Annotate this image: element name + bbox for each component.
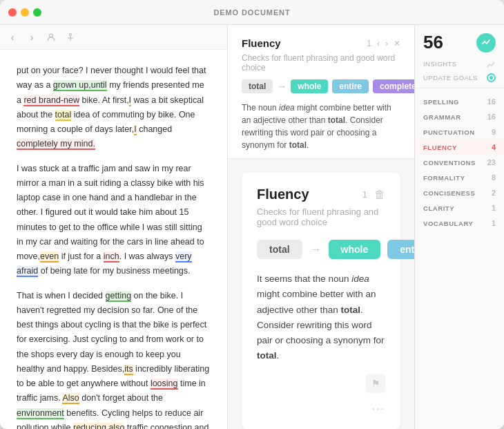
divider — [415, 88, 504, 88]
close-button[interactable] — [8, 8, 17, 17]
nav-item-grammar[interactable]: GRAMMAR 16 — [415, 109, 504, 124]
forward-icon[interactable]: › — [26, 32, 37, 43]
app-window: DEMO DOCUMENT ‹ › — [0, 0, 504, 429]
nav-item-fluency[interactable]: FLUENCY 4 — [415, 140, 504, 155]
fluency-summary-subtitle: Checks for fluent phrasing and good word… — [242, 53, 400, 73]
goals-icon-inner — [490, 76, 493, 79]
flag-button[interactable]: ⚑ — [366, 374, 385, 393]
chip-entire-large[interactable]: entire — [387, 240, 414, 259]
fluency-summary-title: Fluency — [242, 37, 281, 49]
title-bar: DEMO DOCUMENT — [0, 0, 504, 25]
fluency-card-header: Fluency 1 🗑 — [257, 187, 385, 202]
goals-icon-row — [487, 73, 496, 82]
score-number: 56 — [423, 32, 443, 53]
insights-link[interactable]: INSIGHTS — [423, 60, 457, 68]
fluency-count: 4 — [492, 143, 496, 151]
score-header: 56 — [415, 25, 504, 57]
right-panel: 56 INSIGHTS UPDATE GOALS — [414, 25, 504, 429]
chip-complete-sm[interactable]: complete — [373, 79, 414, 93]
svg-point-0 — [50, 34, 53, 37]
clarity-label: CLARITY — [423, 204, 454, 212]
chart-icon — [487, 61, 496, 68]
fluency-card-title: Fluency — [257, 187, 309, 202]
document-text: put on your face? I never thought I woul… — [0, 50, 227, 429]
right-nav-top-links: INSIGHTS — [415, 57, 504, 70]
chip-whole-large[interactable]: whole — [329, 240, 381, 259]
conciseness-label: CONCISENESS — [423, 189, 475, 197]
grammar-label: GRAMMAR — [423, 113, 461, 121]
maximize-button[interactable] — [33, 8, 41, 17]
fluency-summary-card: Fluency 1 ‹ › ✕ Checks for fluent phrasi… — [228, 25, 414, 159]
spelling-label: SPELLING — [423, 98, 459, 106]
nav-count-sm: 1 — [367, 39, 371, 48]
center-panel: Fluency 1 ‹ › ✕ Checks for fluent phrasi… — [228, 25, 414, 429]
right-nav-items: SPELLING 16 GRAMMAR 16 PUNCTUATION 9 FLU… — [415, 91, 504, 233]
nav-item-clarity[interactable]: CLARITY 1 — [415, 200, 504, 216]
chip-total-large[interactable]: total — [257, 240, 302, 259]
fluency-summary-nav: 1 ‹ › ✕ — [367, 39, 400, 48]
minimize-button[interactable] — [21, 8, 29, 17]
chip-whole-sm[interactable]: whole — [291, 79, 328, 93]
right-nav-update-goals: UPDATE GOALS — [415, 70, 504, 85]
arrow-large: → — [309, 242, 322, 257]
traffic-lights — [8, 8, 41, 17]
word-chips-sm: total → whole entire complete ⚑ — [242, 79, 400, 93]
back-icon[interactable]: ‹ — [7, 32, 18, 43]
main-content: ‹ › put on your face? I n — [0, 25, 504, 429]
delete-icon[interactable]: 🗑 — [374, 189, 385, 201]
left-panel: ‹ › put on your face? I n — [0, 25, 228, 429]
left-toolbar: ‹ › — [0, 25, 227, 50]
card-action-row: ⚑ — [257, 374, 385, 393]
arrow-sm: → — [277, 81, 287, 92]
formality-label: FORMALITY — [423, 174, 465, 182]
grammar-count: 16 — [487, 113, 496, 121]
nav-item-conciseness[interactable]: CONCISENESS 2 — [415, 185, 504, 200]
nav-item-spelling[interactable]: SPELLING 16 — [415, 94, 504, 109]
nav-item-vocabulary[interactable]: VOCABULARY 1 — [415, 216, 504, 231]
fluency-summary-desc: The noun idea might combine better with … — [242, 102, 400, 151]
fluency-card-subtitle: Checks for fluent phrasing and good word… — [257, 207, 385, 227]
formality-count: 8 — [492, 173, 496, 182]
punctuation-count: 9 — [492, 128, 496, 136]
vocabulary-label: VOCABULARY — [423, 220, 473, 227]
word-chips-large: total → whole entire complete — [257, 240, 385, 259]
more-options[interactable]: ··· — [257, 403, 385, 415]
fluency-detail-card: Fluency 1 🗑 Checks for fluent phrasing a… — [242, 173, 400, 429]
conciseness-count: 2 — [492, 189, 496, 197]
window-title: DEMO DOCUMENT — [213, 8, 290, 17]
person-icon[interactable] — [46, 32, 57, 43]
card-nav-count: 1 — [362, 189, 367, 200]
chip-total-sm[interactable]: total — [242, 79, 273, 93]
chip-entire-sm[interactable]: entire — [332, 79, 369, 93]
clarity-count: 1 — [492, 204, 496, 212]
anchor-icon[interactable] — [65, 32, 76, 43]
dismiss-icon-sm[interactable]: ✕ — [394, 39, 400, 48]
fluency-label: FLUENCY — [423, 144, 457, 151]
update-goals-link[interactable]: UPDATE GOALS — [423, 74, 478, 82]
spelling-count: 16 — [487, 97, 496, 106]
conventions-count: 23 — [487, 158, 496, 166]
fluency-summary-header: Fluency 1 ‹ › ✕ — [242, 37, 400, 49]
nav-item-conventions[interactable]: CONVENTIONS 23 — [415, 155, 504, 170]
fluency-card-desc: It seems that the noun idea might combin… — [257, 271, 385, 364]
fluency-detail-section: Fluency 1 🗑 Checks for fluent phrasing a… — [228, 159, 414, 429]
nav-prev-sm[interactable]: ‹ — [377, 39, 380, 48]
score-icon[interactable] — [476, 33, 496, 53]
nav-next-sm[interactable]: › — [385, 39, 388, 48]
fluency-card-nav: 1 🗑 — [362, 189, 385, 201]
punctuation-label: PUNCTUATION — [423, 128, 475, 136]
nav-item-punctuation[interactable]: PUNCTUATION 9 — [415, 124, 504, 140]
vocabulary-count: 1 — [492, 219, 496, 227]
conventions-label: CONVENTIONS — [423, 159, 476, 166]
nav-item-formality[interactable]: FORMALITY 8 — [415, 170, 504, 185]
insights-icon-row — [487, 61, 496, 68]
goals-icon — [487, 73, 496, 82]
svg-point-1 — [70, 33, 72, 35]
